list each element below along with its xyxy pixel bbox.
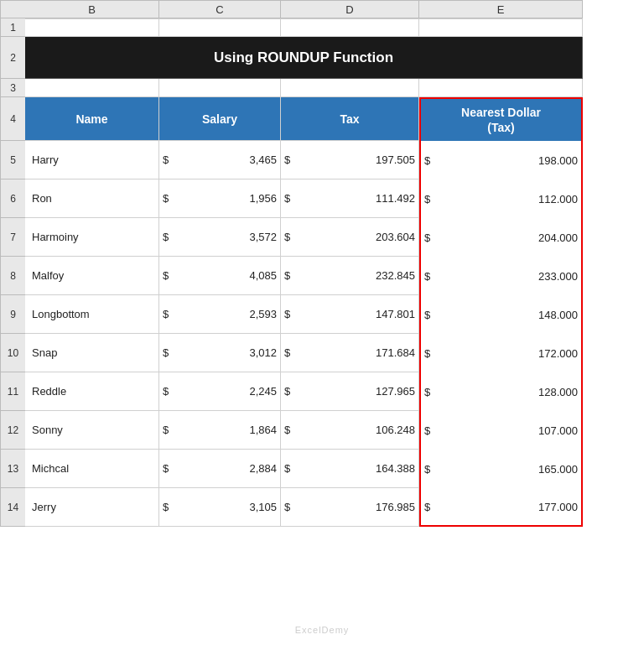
- col-header-d: D: [281, 0, 419, 18]
- row-10: 10 Snap $ 3,012 $ 171.684 $ 172.000: [0, 334, 644, 372]
- cell-d9-tax[interactable]: $ 147.801: [281, 295, 419, 334]
- title-cell: Using ROUNDUP Function: [25, 37, 583, 79]
- header-nearest: Nearest Dollar (Tax): [419, 97, 583, 141]
- cell-e1[interactable]: [419, 18, 583, 37]
- cell-d6-tax[interactable]: $ 111.492: [281, 179, 419, 218]
- row-14: 14 Jerry $ 3,105 $ 176.985 $ 177.000: [0, 488, 644, 527]
- cell-e6-nearest[interactable]: $ 112.000: [419, 179, 583, 218]
- spreadsheet: B C D E 1 2 Using ROUNDUP Function 3 4 N…: [0, 0, 644, 645]
- cell-d11-tax[interactable]: $ 127.965: [281, 372, 419, 411]
- cell-c1[interactable]: [159, 18, 281, 37]
- rownum-9: 9: [0, 295, 25, 334]
- cell-b12-name[interactable]: Sonny: [25, 411, 159, 450]
- cell-b7-name[interactable]: Harmoiny: [25, 218, 159, 257]
- row-4-header: 4 Name Salary Tax Nearest Dollar (Tax): [0, 97, 644, 141]
- cell-c7-salary[interactable]: $ 3,572: [159, 218, 281, 257]
- cell-b1[interactable]: [25, 18, 159, 37]
- cell-b10-name[interactable]: Snap: [25, 334, 159, 372]
- cell-c11-salary[interactable]: $ 2,245: [159, 372, 281, 411]
- row-8: 8 Malfoy $ 4,085 $ 232.845 $ 233.000: [0, 257, 644, 295]
- rownum-7: 7: [0, 218, 25, 257]
- cell-d8-tax[interactable]: $ 232.845: [281, 257, 419, 295]
- rownum-3: 3: [0, 79, 25, 97]
- row-7: 7 Harmoiny $ 3,572 $ 203.604 $ 204.000: [0, 218, 644, 257]
- rownum-11: 11: [0, 372, 25, 411]
- col-header-e: E: [419, 0, 583, 18]
- rownum-8: 8: [0, 257, 25, 295]
- cell-b3[interactable]: [25, 79, 159, 97]
- cell-c8-salary[interactable]: $ 4,085: [159, 257, 281, 295]
- cell-e8-nearest[interactable]: $ 233.000: [419, 257, 583, 295]
- cell-d13-tax[interactable]: $ 164.388: [281, 450, 419, 488]
- row-2: 2 Using ROUNDUP Function: [0, 37, 644, 79]
- cell-c5-salary[interactable]: $ 3,465: [159, 141, 281, 179]
- cell-b13-name[interactable]: Michcal: [25, 450, 159, 488]
- cell-e11-nearest[interactable]: $ 128.000: [419, 372, 583, 411]
- cell-c13-salary[interactable]: $ 2,884: [159, 450, 281, 488]
- corner-header: [0, 0, 25, 18]
- cell-d3[interactable]: [281, 79, 419, 97]
- rownum-1: 1: [0, 18, 25, 37]
- row-6: 6 Ron $ 1,956 $ 111.492 $ 112.000: [0, 179, 644, 218]
- header-salary: Salary: [159, 97, 281, 141]
- cell-b5-name[interactable]: Harry: [25, 141, 159, 179]
- cell-e10-nearest[interactable]: $ 172.000: [419, 334, 583, 372]
- cell-e12-nearest[interactable]: $ 107.000: [419, 411, 583, 450]
- rownum-10: 10: [0, 334, 25, 372]
- cell-d1[interactable]: [281, 18, 419, 37]
- header-name: Name: [25, 97, 159, 141]
- cell-b8-name[interactable]: Malfoy: [25, 257, 159, 295]
- cell-b9-name[interactable]: Longbottom: [25, 295, 159, 334]
- row-5: 5 Harry $ 3,465 $ 197.505 $ 198.000: [0, 141, 644, 179]
- cell-c3[interactable]: [159, 79, 281, 97]
- rownum-4: 4: [0, 97, 25, 141]
- rownum-14: 14: [0, 488, 25, 527]
- cell-e14-nearest[interactable]: $ 177.000: [419, 488, 583, 527]
- col-header-b: B: [25, 0, 159, 18]
- cell-c9-salary[interactable]: $ 2,593: [159, 295, 281, 334]
- rownum-5: 5: [0, 141, 25, 179]
- row-1: 1: [0, 18, 644, 37]
- cell-e5-nearest[interactable]: $ 198.000: [419, 141, 583, 179]
- cell-d5-tax[interactable]: $ 197.505: [281, 141, 419, 179]
- cell-b6-name[interactable]: Ron: [25, 179, 159, 218]
- rownum-12: 12: [0, 411, 25, 450]
- data-rows: 5 Harry $ 3,465 $ 197.505 $ 198.000 6 Ro…: [0, 141, 644, 527]
- cell-d14-tax[interactable]: $ 176.985: [281, 488, 419, 527]
- row-3: 3: [0, 79, 644, 97]
- cell-d10-tax[interactable]: $ 171.684: [281, 334, 419, 372]
- header-tax: Tax: [281, 97, 419, 141]
- col-header-c: C: [159, 0, 281, 18]
- row-11: 11 Reddle $ 2,245 $ 127.965 $ 128.000: [0, 372, 644, 411]
- cell-e3[interactable]: [419, 79, 583, 97]
- cell-d12-tax[interactable]: $ 106.248: [281, 411, 419, 450]
- cell-d7-tax[interactable]: $ 203.604: [281, 218, 419, 257]
- cell-c12-salary[interactable]: $ 1,864: [159, 411, 281, 450]
- row-9: 9 Longbottom $ 2,593 $ 147.801 $ 148.000: [0, 295, 644, 334]
- cell-e7-nearest[interactable]: $ 204.000: [419, 218, 583, 257]
- column-headers: B C D E: [0, 0, 644, 18]
- row-13: 13 Michcal $ 2,884 $ 164.388 $ 165.000: [0, 450, 644, 488]
- cell-e13-nearest[interactable]: $ 165.000: [419, 450, 583, 488]
- rownum-6: 6: [0, 179, 25, 218]
- cell-b14-name[interactable]: Jerry: [25, 488, 159, 527]
- cell-b11-name[interactable]: Reddle: [25, 372, 159, 411]
- rownum-13: 13: [0, 450, 25, 488]
- cell-c10-salary[interactable]: $ 3,012: [159, 334, 281, 372]
- cell-c14-salary[interactable]: $ 3,105: [159, 488, 281, 527]
- cell-e9-nearest[interactable]: $ 148.000: [419, 295, 583, 334]
- cell-c6-salary[interactable]: $ 1,956: [159, 179, 281, 218]
- row-12: 12 Sonny $ 1,864 $ 106.248 $ 107.000: [0, 411, 644, 450]
- rownum-2: 2: [0, 37, 25, 79]
